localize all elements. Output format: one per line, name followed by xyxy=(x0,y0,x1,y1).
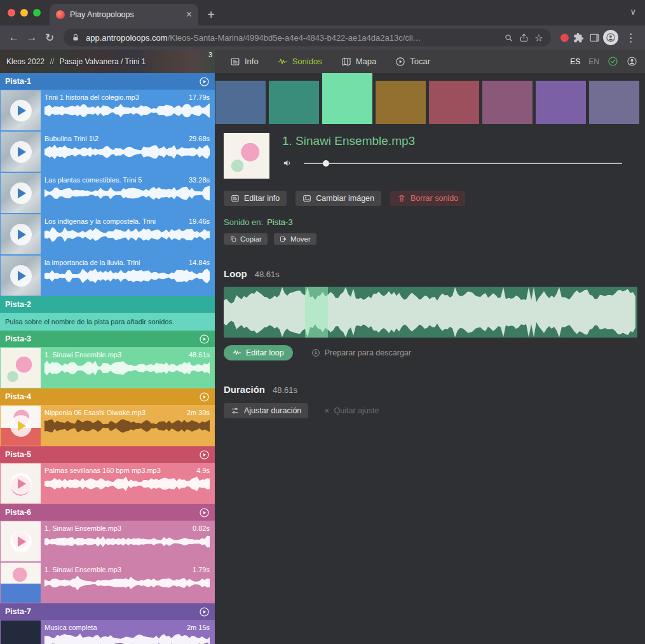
track-swatch-1[interactable] xyxy=(215,81,266,124)
breadcrumb[interactable]: Kleos 2022 // Pasaje Valvanera / Trini 1… xyxy=(0,50,215,73)
breadcrumb-page[interactable]: Pasaje Valvanera / Trini 1 xyxy=(59,57,146,66)
share-icon[interactable] xyxy=(519,33,529,43)
sound-item[interactable]: Los indígenas y la compostela. Trini19.4… xyxy=(0,214,215,255)
zoom-icon[interactable] xyxy=(504,33,513,43)
language-en-button[interactable]: EN xyxy=(588,57,599,66)
volume-icon[interactable] xyxy=(282,158,293,168)
extensions-puzzle-icon[interactable] xyxy=(573,32,584,43)
track-header-pista-1[interactable]: Pista-1 xyxy=(0,73,215,90)
track-swatch-5[interactable] xyxy=(429,81,479,124)
track-header-pista-3[interactable]: Pista-3 xyxy=(0,331,215,347)
loop-waveform[interactable] xyxy=(224,287,637,338)
sound-item[interactable]: 1. Sinawi Ensemble.mp31.79s xyxy=(0,562,215,603)
clear-adjust-button[interactable]: × Quitar ajuste xyxy=(317,402,386,419)
sound-detail-panel: 1. Sinawi Ensemble.mp3 Editar info Cambi… xyxy=(215,73,645,644)
track-play-button[interactable] xyxy=(199,449,210,460)
track-play-button[interactable] xyxy=(199,76,210,87)
track-swatch-8[interactable] xyxy=(589,81,639,124)
sound-thumbnail[interactable] xyxy=(1,132,41,172)
account-icon[interactable] xyxy=(627,56,637,67)
tab-search-chevron-icon[interactable]: ∨ xyxy=(630,7,636,17)
track-header-pista-4[interactable]: Pista-4 xyxy=(0,388,215,405)
track-name: Pista-1 xyxy=(5,77,31,86)
language-es-button[interactable]: ES xyxy=(570,57,580,66)
volume-slider[interactable] xyxy=(304,163,622,164)
bookmark-star-icon[interactable]: ☆ xyxy=(534,32,543,44)
loop-playhead-region[interactable] xyxy=(305,287,328,338)
volume-slider-thumb[interactable] xyxy=(323,160,329,167)
breadcrumb-project[interactable]: Kleos 2022 xyxy=(6,57,44,66)
prepare-download-button[interactable]: Preparar para descargar xyxy=(304,345,418,360)
saved-check-icon[interactable] xyxy=(608,56,618,67)
browser-tab[interactable]: Play Antropoloops × xyxy=(50,4,198,25)
sound-duration: 14.84s xyxy=(189,259,210,266)
sound-item-selected[interactable]: 1. Sinawi Ensemble.mp348.61s xyxy=(0,347,215,388)
tab-info[interactable]: Info xyxy=(230,57,259,67)
tab-mapa[interactable]: Mapa xyxy=(341,57,377,67)
play-overlay-icon xyxy=(1,256,41,296)
track-play-button[interactable] xyxy=(199,392,210,402)
track-play-button[interactable] xyxy=(199,334,210,345)
sound-thumbnail[interactable] xyxy=(1,620,41,644)
sound-thumbnail[interactable] xyxy=(1,463,41,504)
track-header-pista-5[interactable]: Pista-5 xyxy=(0,446,215,463)
tab-close-icon[interactable]: × xyxy=(186,10,192,20)
recording-extension-icon[interactable] xyxy=(560,34,569,42)
track-list-sidebar: Pista-1 Trini 1 historia del colegio.mp3… xyxy=(0,73,215,644)
adjust-duration-button[interactable]: Ajustar duración xyxy=(224,403,308,418)
sound-waveform xyxy=(44,476,210,491)
track-swatch-6[interactable] xyxy=(482,81,533,124)
sound-thumbnail[interactable] xyxy=(1,256,41,296)
move-button[interactable]: Mover xyxy=(274,233,316,245)
track-swatch-4[interactable] xyxy=(376,81,426,124)
sound-item[interactable]: 1. Sinawi Ensemble.mp30.82s xyxy=(0,521,215,562)
track-name: Pista-7 xyxy=(5,607,31,616)
track-header-pista-2[interactable]: Pista-2 xyxy=(0,296,215,313)
side-panel-icon[interactable] xyxy=(589,32,600,43)
sound-thumbnail[interactable] xyxy=(1,406,41,446)
window-zoom-button[interactable] xyxy=(33,9,41,17)
track-header-pista-6[interactable]: Pista-6 xyxy=(0,504,215,521)
tab-sonidos[interactable]: Sonidos xyxy=(278,57,322,67)
reload-button[interactable]: ↻ xyxy=(41,29,58,46)
track-swatch-3[interactable] xyxy=(322,73,372,124)
sound-item[interactable]: Bubulina Trini 1\229.68s xyxy=(0,131,215,172)
browser-profile-avatar[interactable] xyxy=(603,30,618,45)
track-play-button[interactable] xyxy=(199,606,210,617)
edit-loop-button[interactable]: Editar loop xyxy=(224,345,293,360)
address-bar[interactable]: app.antropoloops.com/Kleos-Santa-Marina/… xyxy=(64,29,551,46)
sound-waveform xyxy=(44,227,210,242)
track-swatch-2[interactable] xyxy=(269,81,319,124)
sound-waveform xyxy=(44,186,210,201)
tab-tocar[interactable]: Tocar xyxy=(395,57,430,67)
sound-thumbnail[interactable] xyxy=(1,90,41,130)
track-swatch-7[interactable] xyxy=(536,81,586,124)
play-overlay-icon xyxy=(1,132,41,172)
sound-item[interactable]: Musica completa2m 15s xyxy=(0,620,215,644)
sound-thumbnail[interactable] xyxy=(1,563,41,603)
selected-sound-image[interactable] xyxy=(224,133,269,179)
back-button[interactable]: ← xyxy=(5,29,23,46)
sound-thumbnail[interactable] xyxy=(1,214,41,254)
sound-item[interactable]: Nipponia 06 Esashi Oiwake.mp32m 30s xyxy=(0,405,215,446)
browser-menu-icon[interactable]: ⋮ xyxy=(621,31,640,45)
sound-item[interactable]: la importancia de la lluvia. Trini14.84s xyxy=(0,255,215,296)
change-image-button[interactable]: Cambiar imágen xyxy=(295,191,381,206)
sound-thumbnail[interactable] xyxy=(1,521,41,561)
sound-location-track-link[interactable]: Pista-3 xyxy=(267,217,292,227)
window-minimize-button[interactable] xyxy=(20,9,28,17)
new-tab-button[interactable]: + xyxy=(202,6,220,24)
sound-thumbnail[interactable] xyxy=(1,173,41,213)
track-header-pista-7[interactable]: Pista-7 xyxy=(0,603,215,620)
sound-item[interactable]: Las plantas comestibles. Trini 533.28s xyxy=(0,172,215,214)
track-pista-6: Pista-6 1. Sinawi Ensemble.mp30.82s 1. S… xyxy=(0,504,215,603)
window-close-button[interactable] xyxy=(8,9,15,17)
delete-sound-button[interactable]: Borrar sonido xyxy=(390,191,465,206)
track-play-button[interactable] xyxy=(199,507,210,518)
edit-info-button[interactable]: Editar info xyxy=(224,191,287,206)
copy-button[interactable]: Copiar xyxy=(224,233,268,245)
forward-button[interactable]: → xyxy=(23,29,41,46)
sound-item[interactable]: Palmas sevillanas 160 bpm mp3.mp34.9s xyxy=(0,463,215,504)
sound-thumbnail[interactable] xyxy=(1,348,41,388)
sound-item[interactable]: Trini 1 historia del colegio.mp317.79s xyxy=(0,90,215,131)
